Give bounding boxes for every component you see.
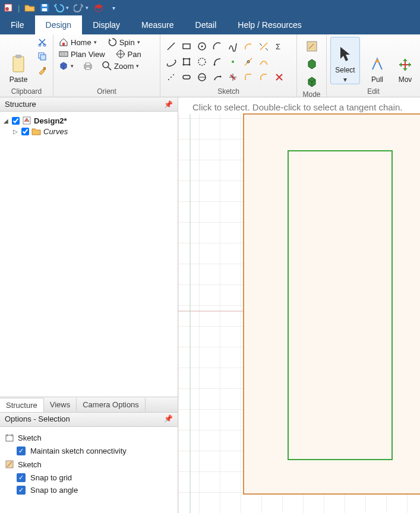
panel-tab-camera[interactable]: Camera Options — [77, 398, 146, 411]
paste-button[interactable]: Paste — [4, 37, 33, 84]
copy-button[interactable] — [36, 51, 49, 62]
tree-root-checkbox[interactable] — [12, 117, 20, 125]
cube-button[interactable]: ▾ — [57, 61, 75, 71]
tangent-line-tool[interactable] — [241, 55, 255, 69]
svg-rect-44 — [244, 114, 420, 494]
viewport[interactable]: Click to select. Double-click to select … — [178, 97, 420, 513]
tab-display[interactable]: Display — [82, 15, 131, 34]
circle-diameter-tool[interactable] — [195, 70, 209, 84]
ellipse-tool[interactable] — [164, 55, 178, 69]
redo-button[interactable]: ▾ — [74, 3, 89, 12]
svg-rect-22 — [184, 59, 190, 65]
tab-design[interactable]: Design — [35, 15, 83, 34]
svg-point-36 — [220, 76, 222, 78]
tab-detail[interactable]: Detail — [185, 15, 228, 34]
offset-curve-tool[interactable] — [257, 55, 271, 69]
tab-help[interactable]: Help / Resources — [227, 15, 312, 34]
sketch-section-icon2 — [5, 460, 14, 469]
ribbon: Paste Clipboard Home▾ Spin▾ Plan View Pa… — [0, 34, 420, 97]
panel-tab-views[interactable]: Views — [44, 398, 77, 411]
svg-point-24 — [189, 58, 191, 60]
point-tool[interactable] — [226, 55, 240, 69]
cut-button[interactable] — [36, 37, 49, 48]
spline-tool[interactable] — [226, 39, 240, 53]
svg-rect-18 — [183, 44, 190, 49]
tangent-arc-tool[interactable] — [241, 39, 255, 53]
polygon-tool[interactable] — [179, 55, 194, 69]
snap-to-grid-checkbox[interactable]: ✓Snap to grid — [5, 471, 173, 484]
sweep-arc-tool[interactable] — [210, 55, 225, 69]
tree-child-curves[interactable]: ▷ Curves — [2, 126, 175, 137]
project-tool[interactable] — [272, 55, 286, 69]
tree-child-checkbox[interactable] — [21, 128, 29, 135]
svg-rect-10 — [40, 55, 46, 60]
zoom-button[interactable]: Zoom▾ — [100, 61, 141, 71]
titlebar: | ▾ ▾ ▾ — [0, 0, 420, 15]
pin-icon[interactable]: 📌 — [164, 100, 173, 109]
group-label-edit: Edit — [330, 86, 416, 96]
svg-point-28 — [214, 64, 216, 66]
spin-button[interactable]: Spin▾ — [106, 37, 142, 48]
svg-rect-5 — [13, 56, 24, 72]
options-pin-icon[interactable]: 📌 — [164, 414, 173, 425]
dimension-tool[interactable] — [164, 70, 178, 84]
save-icon[interactable] — [40, 3, 49, 12]
folder-icon — [31, 126, 41, 136]
select-button[interactable]: Select ▾ — [330, 37, 360, 84]
svg-rect-16 — [86, 67, 90, 69]
svg-rect-34 — [183, 75, 190, 79]
construction-line-tool[interactable] — [257, 39, 271, 53]
rectangle-tool[interactable] — [179, 39, 194, 53]
svg-rect-4 — [42, 4, 47, 7]
delete-tool[interactable] — [272, 70, 286, 84]
svg-rect-3 — [42, 8, 47, 11]
left-panel-tabs: Structure Views Camera Options — [0, 397, 178, 412]
design-icon — [22, 116, 31, 125]
grad-cap-icon[interactable] — [93, 3, 104, 12]
svg-point-26 — [189, 64, 191, 66]
three-point-arc-tool[interactable] — [210, 70, 225, 84]
svg-point-17 — [103, 62, 109, 68]
snap-to-angle-checkbox[interactable]: ✓Snap to angle — [5, 484, 173, 496]
svg-point-33 — [173, 74, 174, 75]
qat-customize[interactable]: ▾ — [112, 5, 115, 11]
structure-panel: Structure 📌 ◢ Design2* ▷ Curves Structur… — [0, 97, 178, 513]
svg-text:Σ: Σ — [276, 42, 280, 51]
qat-divider: | — [18, 4, 20, 12]
circle-tool[interactable] — [195, 39, 209, 53]
print-button[interactable] — [81, 61, 94, 71]
group-label-clipboard: Clipboard — [4, 86, 49, 96]
structure-tree[interactable]: ◢ Design2* ▷ Curves — [0, 112, 178, 140]
tree-root[interactable]: ◢ Design2* — [2, 115, 175, 126]
slot-tool[interactable] — [179, 70, 194, 84]
options-section-sketch1: Sketch — [5, 430, 173, 445]
fillet-tool[interactable] — [241, 70, 255, 84]
mode-3d-icon[interactable] — [305, 75, 319, 89]
format-painter-button[interactable] — [36, 65, 49, 76]
undo-button[interactable]: ▾ — [54, 3, 69, 12]
tab-file[interactable]: File — [0, 15, 35, 34]
mode-sketch-icon[interactable] — [305, 39, 319, 53]
tab-measure[interactable]: Measure — [131, 15, 184, 34]
svg-point-27 — [198, 58, 206, 65]
three-point-circle-tool[interactable] — [195, 55, 209, 69]
svg-point-23 — [183, 58, 185, 60]
line-tool[interactable] — [164, 39, 178, 53]
home-button[interactable]: Home▾ — [57, 37, 99, 48]
trim-tool[interactable] — [226, 70, 240, 84]
svg-point-25 — [183, 64, 185, 66]
pan-button[interactable]: Pan — [114, 49, 143, 59]
move-button[interactable]: Mov — [394, 37, 416, 84]
pull-button[interactable]: Pull — [362, 37, 392, 84]
svg-rect-37 — [307, 42, 317, 51]
equation-tool[interactable]: Σ — [272, 39, 286, 53]
maintain-connectivity-checkbox[interactable]: ✓Maintain sketch connectivity — [5, 445, 173, 457]
sketch-tool-grid: Σ — [164, 37, 293, 84]
open-icon[interactable] — [24, 3, 35, 12]
plan-view-button[interactable]: Plan View — [57, 49, 107, 59]
panel-tab-structure[interactable]: Structure — [0, 398, 44, 412]
sketch-section-icon — [5, 433, 14, 442]
chamfer-tool[interactable] — [257, 70, 271, 84]
arc-tool[interactable] — [210, 39, 225, 53]
mode-section-icon[interactable] — [305, 57, 319, 71]
